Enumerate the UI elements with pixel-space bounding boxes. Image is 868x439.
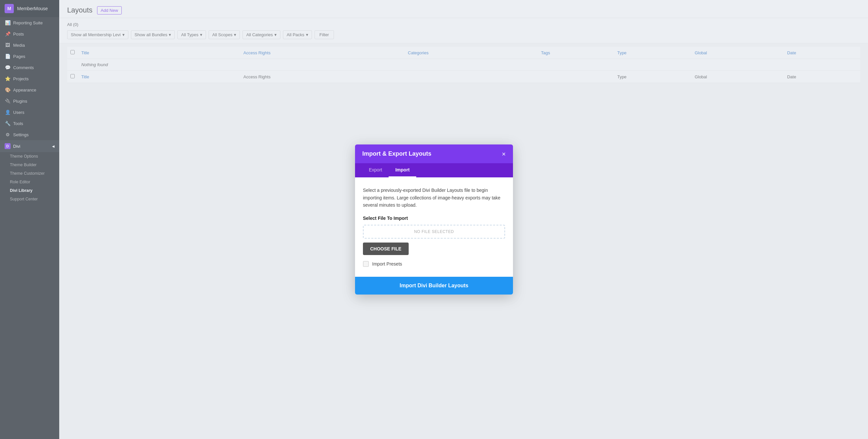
modal-header: Import & Export Layouts × — [355, 145, 513, 163]
import-presets-row: Import Presets — [363, 261, 505, 267]
modal-overlay: Import & Export Layouts × Export Import … — [0, 0, 868, 439]
modal-footer[interactable]: Import Divi Builder Layouts — [355, 277, 513, 294]
choose-file-button[interactable]: CHOOSE FILE — [363, 243, 409, 255]
tab-export[interactable]: Export — [362, 163, 389, 177]
modal-body: Select a previously-exported Divi Builde… — [355, 177, 513, 276]
modal-tabs: Export Import — [355, 163, 513, 177]
import-export-modal: Import & Export Layouts × Export Import … — [355, 145, 513, 294]
import-presets-checkbox[interactable] — [363, 261, 369, 267]
modal-description: Select a previously-exported Divi Builde… — [363, 187, 505, 209]
modal-close-button[interactable]: × — [502, 151, 506, 157]
import-layouts-button[interactable]: Import Divi Builder Layouts — [362, 283, 506, 289]
file-section-label: Select File To Import — [363, 216, 505, 221]
modal-title: Import & Export Layouts — [362, 150, 431, 157]
import-presets-label: Import Presets — [372, 261, 402, 266]
file-select-area[interactable]: NO FILE SELECTED — [363, 225, 505, 239]
tab-import[interactable]: Import — [389, 163, 416, 177]
